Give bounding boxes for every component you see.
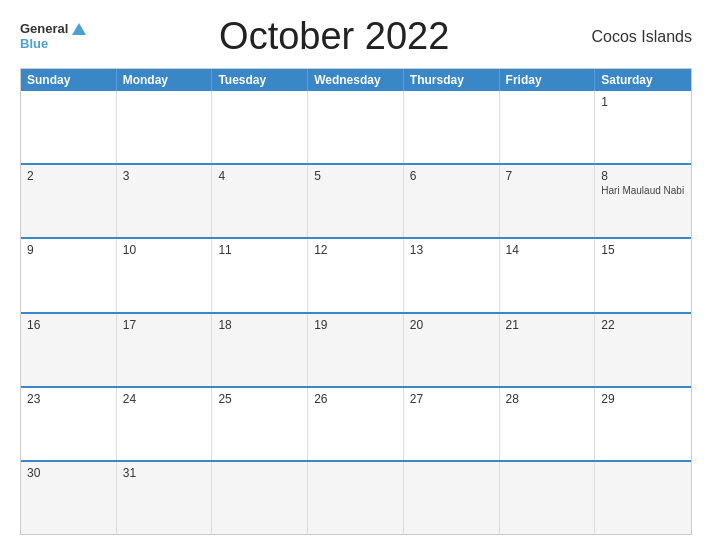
week-row-1: 1 <box>21 91 691 163</box>
week-row-3: 9101112131415 <box>21 237 691 311</box>
day-cell: 19 <box>308 314 404 386</box>
day-cell <box>500 462 596 534</box>
day-cell: 10 <box>117 239 213 311</box>
day-number: 21 <box>506 318 589 332</box>
day-cell: 15 <box>595 239 691 311</box>
header: General Blue October 2022 Cocos Islands <box>20 15 692 58</box>
day-number: 19 <box>314 318 397 332</box>
day-cell <box>404 91 500 163</box>
day-number: 2 <box>27 169 110 183</box>
day-cell: 29 <box>595 388 691 460</box>
day-cell: 30 <box>21 462 117 534</box>
day-cell: 22 <box>595 314 691 386</box>
day-header-tuesday: Tuesday <box>212 69 308 91</box>
day-number: 24 <box>123 392 206 406</box>
logo-general-text: General <box>20 22 68 36</box>
day-header-friday: Friday <box>500 69 596 91</box>
day-number: 22 <box>601 318 685 332</box>
day-cell <box>117 91 213 163</box>
day-cell: 24 <box>117 388 213 460</box>
day-cell <box>595 462 691 534</box>
week-row-4: 16171819202122 <box>21 312 691 386</box>
day-number: 7 <box>506 169 589 183</box>
day-number: 8 <box>601 169 685 183</box>
day-cell: 14 <box>500 239 596 311</box>
day-cell: 2 <box>21 165 117 237</box>
day-cell: 26 <box>308 388 404 460</box>
day-cell <box>212 91 308 163</box>
calendar-grid: SundayMondayTuesdayWednesdayThursdayFrid… <box>20 68 692 535</box>
day-header-sunday: Sunday <box>21 69 117 91</box>
day-cell: 5 <box>308 165 404 237</box>
day-number: 13 <box>410 243 493 257</box>
day-number: 30 <box>27 466 110 480</box>
day-cell <box>21 91 117 163</box>
week-row-6: 3031 <box>21 460 691 534</box>
day-cell: 17 <box>117 314 213 386</box>
logo-blue-text: Blue <box>20 37 48 51</box>
day-number: 31 <box>123 466 206 480</box>
day-cell <box>308 462 404 534</box>
day-cell <box>404 462 500 534</box>
day-number: 28 <box>506 392 589 406</box>
week-row-5: 23242526272829 <box>21 386 691 460</box>
day-number: 15 <box>601 243 685 257</box>
day-number: 27 <box>410 392 493 406</box>
day-cell: 25 <box>212 388 308 460</box>
logo: General Blue <box>20 22 86 51</box>
day-cell: 6 <box>404 165 500 237</box>
day-cell: 4 <box>212 165 308 237</box>
day-number: 29 <box>601 392 685 406</box>
week-row-2: 2345678Hari Maulaud Nabi <box>21 163 691 237</box>
day-header-wednesday: Wednesday <box>308 69 404 91</box>
day-number: 6 <box>410 169 493 183</box>
day-header-thursday: Thursday <box>404 69 500 91</box>
day-cell: 20 <box>404 314 500 386</box>
day-number: 18 <box>218 318 301 332</box>
day-cell: 27 <box>404 388 500 460</box>
day-number: 14 <box>506 243 589 257</box>
region-label: Cocos Islands <box>582 28 692 46</box>
day-cell: 9 <box>21 239 117 311</box>
day-cell: 3 <box>117 165 213 237</box>
day-cell: 31 <box>117 462 213 534</box>
day-cell: 16 <box>21 314 117 386</box>
day-cell: 12 <box>308 239 404 311</box>
day-headers: SundayMondayTuesdayWednesdayThursdayFrid… <box>21 69 691 91</box>
day-number: 3 <box>123 169 206 183</box>
day-cell: 28 <box>500 388 596 460</box>
day-number: 20 <box>410 318 493 332</box>
day-cell: 7 <box>500 165 596 237</box>
day-header-saturday: Saturday <box>595 69 691 91</box>
day-cell: 1 <box>595 91 691 163</box>
day-number: 4 <box>218 169 301 183</box>
day-number: 11 <box>218 243 301 257</box>
calendar-container: General Blue October 2022 Cocos Islands … <box>0 0 712 550</box>
day-cell: 18 <box>212 314 308 386</box>
day-number: 10 <box>123 243 206 257</box>
day-cell: 11 <box>212 239 308 311</box>
day-cell <box>500 91 596 163</box>
day-number: 17 <box>123 318 206 332</box>
month-title: October 2022 <box>86 15 582 58</box>
day-header-monday: Monday <box>117 69 213 91</box>
day-number: 1 <box>601 95 685 109</box>
day-number: 23 <box>27 392 110 406</box>
day-number: 9 <box>27 243 110 257</box>
day-number: 25 <box>218 392 301 406</box>
weeks: 12345678Hari Maulaud Nabi910111213141516… <box>21 91 691 534</box>
day-cell <box>308 91 404 163</box>
day-number: 12 <box>314 243 397 257</box>
day-cell: 21 <box>500 314 596 386</box>
day-cell: 23 <box>21 388 117 460</box>
day-cell: 13 <box>404 239 500 311</box>
holiday-label: Hari Maulaud Nabi <box>601 185 684 196</box>
day-cell: 8Hari Maulaud Nabi <box>595 165 691 237</box>
day-number: 16 <box>27 318 110 332</box>
logo-triangle-icon <box>72 23 86 35</box>
day-number: 5 <box>314 169 397 183</box>
day-number: 26 <box>314 392 397 406</box>
day-cell <box>212 462 308 534</box>
